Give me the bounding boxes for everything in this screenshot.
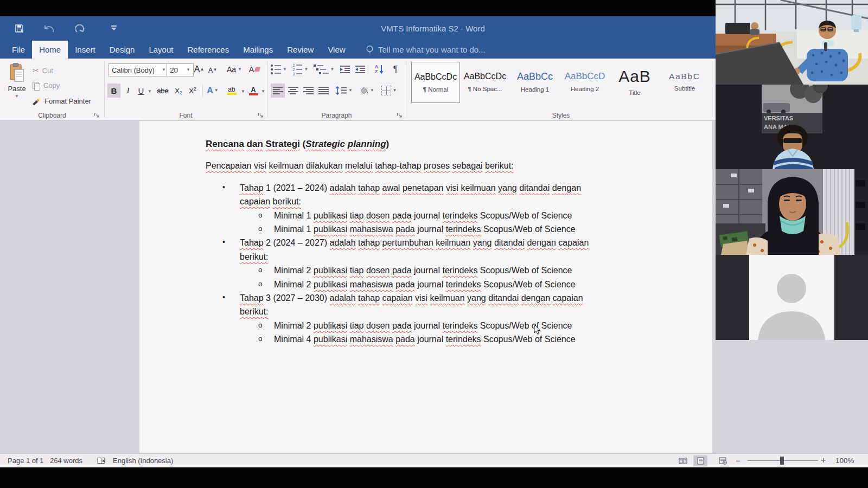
sub-bullet-line: oMinimal 4 publikasi mahasiswa pada jour…	[274, 332, 712, 346]
style-card-heading-2[interactable]: AaBbCcDHeading 2	[561, 62, 609, 102]
read-mode-button[interactable]	[676, 455, 690, 466]
line-spacing-button[interactable]: ▼	[335, 84, 353, 98]
underline-button[interactable]: U	[136, 84, 146, 98]
shrink-font-button[interactable]: A▼	[207, 64, 219, 76]
style-preview: AaBbCc	[517, 72, 553, 81]
borders-button[interactable]: ▼	[379, 84, 399, 98]
font-color-caret[interactable]: ▼	[261, 89, 265, 94]
participant-avatar[interactable]	[716, 255, 868, 340]
tab-references[interactable]: References	[180, 41, 236, 59]
tell-me-label: Tell me what you want to do...	[378, 45, 486, 54]
ribbon-group-font: Calibri (Body) ▼ 20 ▼ A▲ A▼ Aa▼ A	[105, 59, 267, 120]
zoom-in-button[interactable]: +	[821, 455, 826, 465]
style-preview: AaBbCcD	[565, 72, 605, 81]
style-card--no-spac-[interactable]: AaBbCcDc¶ No Spac...	[461, 62, 509, 102]
lightbulb-icon	[366, 45, 374, 55]
tab-layout[interactable]: Layout	[142, 41, 180, 59]
web-layout-button[interactable]	[716, 455, 730, 466]
style-card-subtitle[interactable]: AaBbCSubtitle	[661, 62, 709, 102]
text-highlight-button[interactable]: ab	[223, 84, 240, 98]
list-marker: •	[222, 181, 225, 194]
tab-home[interactable]: Home	[32, 41, 68, 59]
format-painter-button[interactable]: Format Painter	[31, 97, 91, 105]
show-hide-pilcrow-button[interactable]: ¶	[389, 63, 402, 76]
font-dialog-launcher[interactable]	[258, 112, 264, 118]
style-card--normal[interactable]: AaBbCcDc¶ Normal	[411, 62, 460, 103]
tab-mailings[interactable]: Mailings	[236, 41, 280, 59]
clipboard-dialog-launcher[interactable]	[94, 112, 100, 118]
page-indicator[interactable]: Page 1 of 1	[8, 457, 44, 465]
format-painter-label: Format Painter	[44, 97, 91, 105]
justify-button[interactable]	[316, 84, 330, 98]
strikethrough-button[interactable]: abe	[155, 84, 171, 98]
style-card-heading-1[interactable]: AaBbCcHeading 1	[511, 62, 559, 102]
italic-button[interactable]: I	[123, 84, 133, 98]
tab-file[interactable]: File	[5, 41, 32, 59]
tab-view[interactable]: View	[321, 41, 352, 59]
style-preview: AaBbCcDc	[414, 73, 457, 81]
zoom-slider-handle[interactable]	[780, 457, 784, 465]
multilevel-icon	[314, 65, 329, 74]
clear-formatting-button[interactable]: A	[247, 63, 262, 76]
format-painter-icon	[31, 97, 41, 105]
copy-button[interactable]: Copy	[33, 81, 60, 89]
save-icon[interactable]	[15, 24, 24, 33]
zoom-level[interactable]: 100%	[835, 457, 854, 465]
increase-indent-button[interactable]	[353, 63, 367, 76]
print-layout-button[interactable]	[693, 455, 707, 466]
style-card-title[interactable]: AaBTitle	[611, 62, 659, 102]
tell-me-box[interactable]: Tell me what you want to do...	[366, 41, 486, 59]
align-left-button[interactable]	[271, 84, 285, 98]
customize-qat-icon[interactable]	[111, 25, 117, 30]
bullets-button[interactable]: ▼	[271, 63, 287, 76]
participant-video-2[interactable]: VERSITAS ANA MALI	[716, 85, 868, 169]
bullet-line: capaian berikut:	[240, 195, 712, 208]
list-line-text: Minimal 2 publikasi tiap dosen pada jour…	[274, 266, 572, 275]
change-case-button[interactable]: Aa▼	[225, 63, 244, 76]
language-indicator[interactable]: English (Indonesia)	[113, 457, 173, 465]
sort-button[interactable]: AZ	[372, 62, 387, 77]
subscript-button[interactable]: X 2	[172, 84, 185, 98]
outdoor-scene: VERSITAS ANA MALI	[716, 85, 868, 169]
ribbon-group-clipboard: Paste ▼ ✂ Cut Copy	[0, 59, 104, 120]
superscript-button[interactable]: X 2	[186, 84, 199, 98]
cut-button[interactable]: ✂ Cut	[33, 66, 53, 75]
highlight-caret[interactable]: ▼	[241, 89, 245, 94]
video-gallery: VERSITAS ANA MALI	[716, 0, 868, 340]
paragraph-dialog-launcher[interactable]	[397, 112, 403, 118]
font-size-combo[interactable]: 20 ▼	[167, 63, 194, 76]
decrease-indent-button[interactable]	[338, 63, 352, 76]
align-right-button[interactable]	[301, 84, 315, 98]
paste-button[interactable]: Paste ▼	[4, 62, 29, 107]
word-count[interactable]: 264 words	[50, 457, 82, 465]
list-marker: o	[258, 277, 263, 291]
grow-font-button[interactable]: A▲	[193, 63, 206, 76]
redo-icon[interactable]	[75, 24, 86, 34]
text-effects-button[interactable]: A ▼	[206, 84, 220, 98]
bold-button[interactable]: B	[107, 84, 120, 98]
participant-video-3[interactable]	[716, 169, 868, 255]
bullet-line: berikut:	[240, 305, 712, 318]
avatar-head	[777, 274, 806, 303]
tab-design[interactable]: Design	[103, 41, 142, 59]
shading-bucket-icon	[359, 86, 369, 95]
tab-insert[interactable]: Insert	[68, 41, 103, 59]
proofing-status-icon[interactable]	[97, 457, 106, 465]
underline-caret[interactable]: ▼	[148, 89, 152, 94]
numbering-button[interactable]: 1 2 3 ▼	[291, 63, 310, 76]
paste-label: Paste	[4, 85, 29, 93]
document-page[interactable]: Rencana dan Strategi (Strategic planning…	[139, 121, 712, 453]
font-color-button[interactable]: A	[247, 84, 260, 98]
align-center-button[interactable]	[286, 84, 300, 98]
shading-button[interactable]: ▼	[358, 84, 376, 98]
copy-label: Copy	[43, 81, 60, 89]
font-name-combo[interactable]: Calibri (Body) ▼	[108, 63, 169, 76]
undo-icon[interactable]	[43, 25, 55, 33]
clipboard-group-label: Clipboard	[0, 112, 104, 119]
list-line-text: Minimal 1 publikasi mahasiswa pada journ…	[274, 224, 576, 234]
style-name: Subtitle	[674, 85, 695, 92]
participant-video-1[interactable]	[716, 0, 868, 85]
zoom-out-button[interactable]: −	[736, 456, 741, 465]
multilevel-list-button[interactable]: ▼	[314, 63, 334, 76]
tab-review[interactable]: Review	[280, 41, 321, 59]
